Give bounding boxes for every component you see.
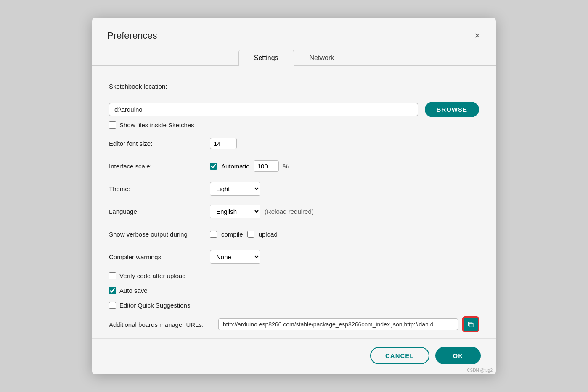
show-files-row: Show files inside Sketches (109, 121, 479, 129)
verify-code-checkbox[interactable] (109, 272, 116, 279)
theme-label: Theme: (109, 185, 210, 192)
quick-suggestions-checkbox[interactable] (109, 302, 116, 309)
quick-suggestions-label[interactable]: Editor Quick Suggestions (119, 302, 190, 309)
ok-button[interactable]: OK (435, 347, 481, 364)
browse-button[interactable]: BROWSE (425, 102, 479, 117)
compiler-warnings-select[interactable]: None Default More All (210, 250, 260, 264)
scale-value-input[interactable] (254, 160, 279, 172)
interface-scale-row: Interface scale: Automatic % (109, 159, 479, 173)
tabs-row: Settings Network (92, 50, 496, 66)
theme-select[interactable]: Light Dark System (210, 182, 260, 196)
edit-icon: ⧉ (468, 320, 474, 329)
verbose-upload-label[interactable]: upload (259, 231, 278, 238)
verbose-label: Show verbose output during (109, 231, 210, 238)
language-label: Language: (109, 208, 210, 215)
tab-settings[interactable]: Settings (238, 50, 294, 66)
auto-save-row: Auto save (109, 287, 479, 294)
cancel-button[interactable]: CANCEL (370, 347, 429, 364)
boards-urls-label: Additional boards manager URLs: (109, 321, 218, 328)
percent-label: % (283, 163, 289, 170)
compiler-warnings-label: Compiler warnings (109, 253, 210, 260)
verify-code-label[interactable]: Verify code after upload (119, 272, 186, 279)
boards-urls-input[interactable] (218, 318, 458, 330)
close-button[interactable]: × (472, 29, 482, 42)
urls-edit-button[interactable]: ⧉ (462, 316, 479, 332)
auto-scale-label[interactable]: Automatic (221, 163, 249, 170)
show-files-label[interactable]: Show files inside Sketches (119, 121, 194, 129)
sketchbook-location-label: Sketchbook location: (109, 83, 210, 90)
scale-controls: Automatic % (210, 160, 289, 172)
auto-scale-checkbox[interactable] (210, 163, 217, 170)
interface-scale-label: Interface scale: (109, 163, 210, 170)
verbose-row: Show verbose output during compile uploa… (109, 227, 479, 241)
sketchbook-path-row: BROWSE (109, 102, 479, 117)
boards-urls-row: Additional boards manager URLs: ⧉ (109, 316, 479, 332)
watermark: CSDN @tug2 (467, 368, 493, 373)
verbose-controls: compile upload (210, 231, 278, 238)
editor-font-size-input[interactable] (210, 138, 237, 149)
verify-row: Verify code after upload (109, 272, 479, 279)
editor-font-size-label: Editor font size: (109, 140, 210, 147)
sketchbook-path-input[interactable] (109, 103, 418, 116)
settings-content: Sketchbook location: BROWSE Show files i… (92, 66, 496, 332)
editor-quick-suggestions-row: Editor Quick Suggestions (109, 302, 479, 309)
language-row: Language: English 中文 Español Deutsch Fra… (109, 204, 479, 218)
auto-save-label[interactable]: Auto save (119, 287, 148, 294)
dialog-footer: CANCEL OK (92, 338, 496, 374)
verbose-upload-checkbox[interactable] (247, 231, 254, 238)
editor-font-size-row: Editor font size: (109, 136, 479, 150)
show-files-checkbox[interactable] (109, 121, 116, 129)
verbose-compile-checkbox[interactable] (210, 231, 217, 238)
tab-network[interactable]: Network (294, 50, 350, 66)
dialog-header: Preferences × (92, 18, 496, 42)
sketchbook-location-row: Sketchbook location: (109, 79, 479, 93)
compiler-warnings-row: Compiler warnings None Default More All (109, 250, 479, 264)
verbose-compile-label[interactable]: compile (221, 231, 243, 238)
language-select[interactable]: English 中文 Español Deutsch Français (210, 205, 260, 218)
reload-note: (Reload required) (265, 208, 314, 215)
auto-save-checkbox[interactable] (109, 287, 116, 294)
theme-row: Theme: Light Dark System (109, 182, 479, 196)
preferences-dialog: Preferences × Settings Network Sketchboo… (92, 18, 496, 375)
dialog-title: Preferences (107, 30, 157, 41)
